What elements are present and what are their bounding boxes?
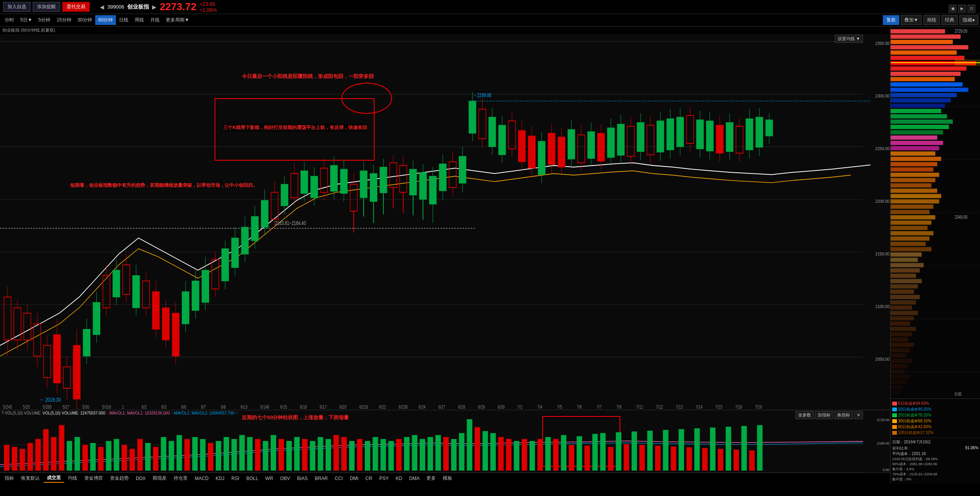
svg-rect-47 [133, 276, 140, 308]
mavol2-label: MAVOL2: [174, 411, 192, 415]
tab-junxian[interactable]: 均线 [65, 474, 80, 482]
tab-chengjiaoli[interactable]: 成交里 [44, 474, 64, 483]
time-btn-more[interactable]: 更多周期▼ [163, 15, 192, 25]
time-btn-monthly[interactable]: 月线 [147, 15, 163, 25]
screenshot-icon[interactable]: ▣ [949, 5, 957, 12]
tab-indicator[interactable]: 指标 [2, 474, 17, 482]
svg-rect-410 [891, 125, 949, 129]
fullscreen-icon[interactable]: ⊡ [968, 5, 975, 12]
svg-rect-349 [490, 433, 496, 471]
svg-rect-95 [291, 174, 298, 198]
tab-more[interactable]: 更多 [423, 474, 439, 482]
svg-rect-191 [607, 128, 614, 158]
mavol2-value: MAVOL2: 10094557.700 [192, 411, 234, 415]
tab-psy[interactable]: PSY [376, 475, 392, 482]
svg-text:6/27: 6/27 [439, 404, 446, 410]
time-btn-15min[interactable]: 15分钟 [53, 15, 74, 25]
diejia-btn[interactable]: 叠加▼ [901, 15, 922, 25]
time-btn-60min[interactable]: 60分钟 [95, 15, 116, 25]
svg-rect-224 [716, 125, 723, 153]
svg-text:7/7: 7/7 [597, 404, 602, 410]
time-btn-30min[interactable]: 30分钟 [75, 15, 95, 25]
stat-detail-5: 集中度：0% [892, 477, 978, 482]
time-btn-daily[interactable]: 日线 [116, 15, 131, 25]
svg-rect-430 [891, 231, 934, 236]
next-stock-arrow[interactable]: ▶ [152, 4, 156, 10]
svg-rect-336 [388, 441, 394, 471]
yincang-btn[interactable]: 隐藏● [959, 15, 978, 25]
svg-rect-221 [706, 121, 713, 151]
svg-rect-423 [891, 194, 941, 198]
huaxian-btn[interactable]: 画线 [923, 15, 940, 25]
tab-rsi[interactable]: RSI [228, 475, 242, 482]
svg-text:6/146: 6/146 [260, 404, 269, 410]
play-icon[interactable]: ▶ [958, 5, 966, 12]
tab-kdj[interactable]: KDJ [213, 475, 228, 482]
svg-rect-437 [891, 268, 920, 273]
candlestick-chart: ← 2019.30 2163.61~2164.40 ←2299.86 5/245… [0, 34, 890, 410]
svg-rect-413 [891, 141, 943, 145]
prev-stock-arrow[interactable]: ◀ [100, 4, 104, 10]
svg-rect-414 [891, 146, 939, 151]
svg-rect-56 [162, 308, 169, 340]
tab-macd[interactable]: MACD [192, 475, 211, 482]
tab-zijinboji[interactable]: 资金博弈 [81, 474, 106, 482]
svg-rect-431 [891, 236, 930, 241]
svg-rect-401 [891, 77, 955, 81]
svg-text:5/265: 5/265 [43, 404, 52, 410]
tab-bias[interactable]: BIAS [294, 475, 311, 482]
svg-rect-230 [736, 126, 743, 153]
tab-dmi[interactable]: DMI [347, 475, 362, 482]
stock-price: 2273.72 [160, 1, 196, 13]
tab-zijinqushi[interactable]: 资金趋势 [107, 474, 132, 482]
time-btn-fenshi[interactable]: 分时 [2, 15, 17, 25]
svg-rect-378 [718, 449, 723, 471]
tab-boll[interactable]: BOLL [243, 475, 261, 482]
jingdian-btn[interactable]: 经典 [941, 15, 958, 25]
svg-rect-350 [498, 437, 504, 471]
commission-button[interactable]: 委托交易 [62, 2, 90, 12]
svg-text:6/2: 6/2 [142, 404, 147, 410]
tab-qixiancha[interactable]: 期现差 [149, 474, 170, 482]
tab-chicangli[interactable]: 持仓里 [170, 474, 191, 482]
tab-ddx[interactable]: DDX [133, 475, 149, 482]
tab-obv[interactable]: OBV [277, 475, 293, 482]
svg-text:6/8: 6/8 [221, 404, 226, 410]
stat-detail-1: 2240.05元处获利盈：68.26% [892, 457, 978, 462]
add-alert-button[interactable]: 添加提醒 [33, 2, 60, 12]
svg-rect-309 [176, 435, 182, 471]
svg-rect-363 [600, 433, 605, 471]
fuquan-btn[interactable]: 复权 [883, 15, 899, 25]
legend-row-3: 20日前成本78.20% [892, 413, 978, 418]
svg-rect-331 [349, 441, 355, 471]
svg-rect-313 [208, 443, 213, 471]
tab-restore[interactable]: 恢复默认 [18, 474, 43, 482]
svg-rect-32 [83, 329, 90, 356]
time-btn-5min[interactable]: 5分钟 [36, 15, 54, 25]
tab-wr[interactable]: WR [262, 475, 276, 482]
svg-rect-299 [98, 447, 103, 471]
tab-template[interactable]: 模板 [440, 474, 455, 482]
svg-rect-289 [20, 449, 25, 471]
time-btn-weekly[interactable]: 周线 [131, 15, 147, 25]
tab-kd[interactable]: KD [392, 475, 405, 482]
svg-rect-329 [334, 435, 339, 471]
stat-detail-2: 90%成本：2081.96~2283.96 [892, 462, 978, 467]
svg-rect-297 [82, 445, 88, 471]
tab-dma[interactable]: DMA [406, 475, 423, 482]
svg-rect-432 [891, 242, 926, 246]
time-btn-5day[interactable]: 5日▼ [17, 15, 36, 25]
main-chart[interactable]: 设置均线 ▼ 2350.00 2300.00 2250.00 2200.00 2… [0, 34, 890, 410]
add-watchlist-button[interactable]: 加入自选 [3, 2, 30, 12]
svg-rect-355 [537, 439, 543, 471]
svg-rect-429 [891, 226, 928, 230]
bottom-tabs: 指标 恢复默认 成交里 均线 资金博弈 资金趋势 DDX 期现差 持仓里 MAC… [0, 473, 890, 484]
tab-cr[interactable]: CR [362, 475, 375, 482]
svg-rect-422 [891, 189, 937, 193]
svg-rect-233 [746, 119, 753, 150]
svg-rect-194 [617, 124, 624, 155]
tab-brar[interactable]: BRAR [312, 475, 331, 482]
svg-rect-382 [749, 450, 755, 471]
svg-rect-447 [891, 321, 910, 326]
tab-cci[interactable]: CCI [332, 475, 346, 482]
